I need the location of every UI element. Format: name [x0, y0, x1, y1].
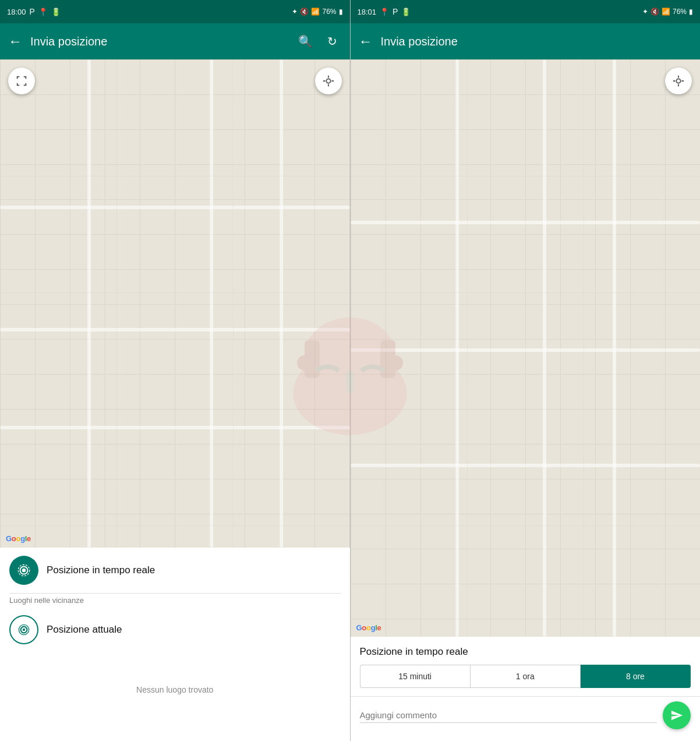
battery-bar-right: ▮ [689, 8, 693, 16]
current-pos-icon [9, 615, 38, 644]
svg-point-5 [23, 629, 25, 631]
map-left[interactable]: Google [0, 59, 350, 548]
svg-point-7 [676, 79, 680, 83]
refresh-button[interactable]: ↻ [323, 32, 342, 51]
comment-input[interactable] [360, 708, 657, 723]
google-logo-left: Google [6, 534, 31, 543]
parking-icon-right: P [393, 7, 398, 16]
realtime-location-row[interactable]: Posizione in tempo reale [0, 548, 350, 593]
status-right-left: ✦ 🔇 📶 76% ▮ [292, 8, 342, 16]
duration-row: 15 minuti 1 ora 8 ore [351, 665, 701, 696]
google-logo-right: Google [356, 623, 381, 632]
silent-icon-right: 🔇 [650, 8, 659, 16]
bluetooth-icon-right: ✦ [642, 8, 648, 16]
current-pos-label: Posizione attuale [47, 624, 122, 636]
bluetooth-icon: ✦ [292, 8, 298, 16]
duration-15min-button[interactable]: 15 minuti [360, 665, 470, 688]
svg-point-0 [326, 79, 330, 83]
battery-pct-right: 76% [673, 8, 687, 16]
time-right: 18:01 [358, 8, 377, 16]
status-bar-left: 18:00 P 📍 🔋 ✦ 🔇 📶 76% ▮ [0, 0, 350, 23]
screen-left: 18:00 P 📍 🔋 ✦ 🔇 📶 76% ▮ ← Invia posizion… [0, 0, 350, 741]
send-button[interactable] [663, 701, 691, 729]
app-title-right: Invia posizione [381, 35, 692, 48]
duration-1h-button[interactable]: 1 ora [470, 665, 581, 688]
status-bar-right: 18:01 📍 P 🔋 ✦ 🔇 📶 76% ▮ [351, 0, 701, 23]
duration-8h-button[interactable]: 8 ore [581, 665, 691, 688]
time-left: 18:00 [7, 8, 26, 16]
s2-panel-title: Posizione in tempo reale [351, 637, 701, 665]
app-title-left: Invia posizione [30, 35, 288, 48]
locate-button-left[interactable] [315, 68, 342, 94]
battery-pct-left: 76% [322, 8, 336, 16]
bottom-panel-right: Posizione in tempo reale 15 minuti 1 ora… [351, 637, 701, 741]
battery-icon-right: 🔋 [401, 8, 411, 16]
fullscreen-button[interactable] [8, 68, 35, 94]
app-bar-right: ← Invia posizione [351, 23, 701, 59]
back-button-left[interactable]: ← [8, 33, 22, 50]
search-button[interactable]: 🔍 [296, 32, 315, 51]
silent-icon: 🔇 [300, 8, 309, 16]
location-icon: 📍 [38, 8, 48, 16]
signal-icon: 📶 [311, 8, 320, 16]
app-bar-left: ← Invia posizione 🔍 ↻ [0, 23, 350, 59]
map-right[interactable]: Google [351, 59, 701, 637]
status-right-right: ✦ 🔇 📶 76% ▮ [642, 8, 693, 16]
screen-right: 18:01 📍 P 🔋 ✦ 🔇 📶 76% ▮ ← Invia posizion… [351, 0, 701, 741]
app-bar-icons-left: 🔍 ↻ [296, 32, 342, 51]
battery-bar-left: ▮ [339, 8, 343, 16]
location-icon-right: 📍 [380, 8, 389, 16]
status-left: 18:00 P 📍 🔋 [7, 7, 61, 16]
bottom-panel-left: Posizione in tempo reale Luoghi nelle vi… [0, 548, 350, 741]
no-places-text: Nessun luogo trovato [0, 650, 350, 741]
current-position-row[interactable]: Posizione attuale [0, 609, 350, 650]
parking-icon: P [30, 7, 35, 16]
realtime-label: Posizione in tempo reale [47, 564, 155, 576]
battery-icon-left: 🔋 [51, 8, 61, 16]
signal-icon-right: 📶 [662, 8, 670, 16]
back-button-right[interactable]: ← [359, 33, 373, 50]
realtime-icon [9, 556, 38, 585]
locate-button-right[interactable] [665, 68, 692, 94]
status-left-right: 18:01 📍 P 🔋 [358, 7, 411, 16]
svg-point-1 [22, 569, 26, 573]
nearby-header: Luoghi nelle vicinanze [0, 594, 350, 609]
comment-row [351, 696, 701, 741]
